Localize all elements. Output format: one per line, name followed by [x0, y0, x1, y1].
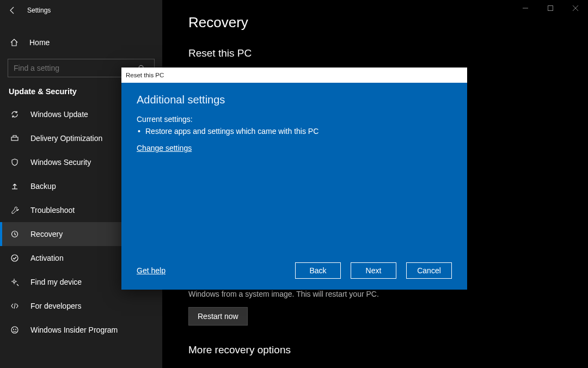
- dialog-get-help-link[interactable]: Get help: [137, 266, 166, 275]
- sidebar-item-label: Delivery Optimization: [30, 134, 102, 143]
- sidebar-home[interactable]: Home: [0, 32, 162, 53]
- sync-icon: [10, 109, 20, 119]
- reset-pc-dialog: Reset this PC Additional settings Curren…: [121, 68, 467, 290]
- svg-point-4: [11, 255, 18, 261]
- sidebar-item-label: Backup: [30, 182, 56, 191]
- cancel-button[interactable]: Cancel: [406, 262, 452, 279]
- sidebar-item-label: Find my device: [30, 278, 82, 286]
- dialog-footer: Get help Back Next Cancel: [137, 262, 452, 279]
- window-controls: [513, 0, 588, 16]
- recovery-icon: [10, 229, 20, 239]
- sidebar-item-label: Windows Insider Program: [30, 326, 118, 334]
- sidebar-item-label: Activation: [30, 254, 64, 262]
- dialog-bullet: Restore apps and settings which came wit…: [137, 127, 452, 136]
- page-title: Recovery: [188, 14, 588, 31]
- developers-icon: [10, 301, 20, 311]
- svg-rect-10: [548, 6, 553, 11]
- next-button[interactable]: Next: [351, 262, 396, 279]
- backup-icon: [10, 181, 20, 191]
- home-label: Home: [29, 38, 50, 47]
- shield-icon: [10, 157, 20, 167]
- delivery-icon: [10, 133, 20, 143]
- sidebar-item-label: Troubleshoot: [30, 206, 75, 214]
- more-recovery-title: More recovery options: [188, 344, 588, 356]
- svg-point-7: [13, 329, 14, 330]
- window-title: Settings: [27, 7, 51, 14]
- svg-point-5: [13, 280, 15, 283]
- section-reset-pc-title: Reset this PC: [188, 47, 588, 59]
- search-input[interactable]: [8, 64, 138, 72]
- troubleshoot-icon: [10, 205, 20, 215]
- sidebar-item-label: Windows Update: [30, 110, 88, 119]
- maximize-button[interactable]: [538, 0, 563, 16]
- titlebar: Settings: [0, 0, 162, 21]
- sidebar-item-label: Recovery: [30, 230, 63, 238]
- sidebar-item-for-developers[interactable]: For developers: [0, 294, 162, 318]
- findmydevice-icon: [10, 277, 20, 287]
- close-button[interactable]: [563, 0, 588, 16]
- sidebar-item-windows-insider[interactable]: Windows Insider Program: [0, 318, 162, 342]
- svg-point-6: [11, 327, 18, 333]
- change-settings-link[interactable]: Change settings: [137, 144, 192, 152]
- back-button[interactable]: Back: [295, 262, 341, 279]
- back-icon[interactable]: [8, 5, 17, 15]
- insider-icon: [10, 325, 20, 335]
- svg-rect-2: [11, 137, 18, 140]
- minimize-button[interactable]: [513, 0, 538, 16]
- dialog-buttons: Back Next Cancel: [295, 262, 452, 279]
- dialog-body: Additional settings Current settings: Re…: [121, 83, 467, 290]
- dialog-settings-list: Restore apps and settings which came wit…: [137, 127, 452, 136]
- svg-point-8: [15, 329, 16, 330]
- home-icon: [10, 38, 19, 47]
- restart-now-button[interactable]: Restart now: [188, 307, 248, 326]
- dialog-current-label: Current settings:: [137, 115, 452, 124]
- activation-icon: [10, 253, 20, 263]
- dialog-titlebar[interactable]: Reset this PC: [121, 68, 467, 83]
- sidebar-item-label: For developers: [30, 302, 81, 310]
- sidebar-item-label: Windows Security: [30, 158, 91, 167]
- app-root: Settings Home Update & Security Windows …: [0, 0, 588, 368]
- dialog-heading: Additional settings: [137, 94, 452, 106]
